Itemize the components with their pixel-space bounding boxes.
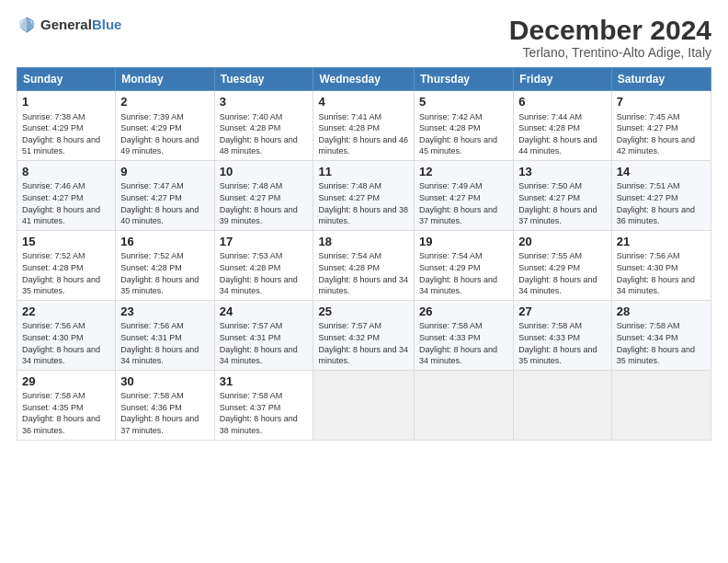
header-saturday: Saturday xyxy=(611,68,711,91)
calendar-cell: 25Sunrise: 7:57 AM Sunset: 4:32 PM Dayli… xyxy=(313,300,415,370)
logo-text-block: GeneralBlue xyxy=(40,17,121,33)
calendar-cell: 4Sunrise: 7:41 AM Sunset: 4:28 PM Daylig… xyxy=(313,91,415,161)
header-sunday: Sunday xyxy=(17,68,116,91)
cell-content: Sunrise: 7:57 AM Sunset: 4:32 PM Dayligh… xyxy=(318,320,409,366)
day-number: 27 xyxy=(518,304,607,320)
day-number: 15 xyxy=(22,234,110,250)
calendar-cell: 15Sunrise: 7:52 AM Sunset: 4:28 PM Dayli… xyxy=(17,230,116,300)
day-number: 8 xyxy=(22,164,110,180)
calendar-cell: 8Sunrise: 7:46 AM Sunset: 4:27 PM Daylig… xyxy=(17,160,116,230)
logo-icon xyxy=(17,15,37,35)
calendar-cell: 24Sunrise: 7:57 AM Sunset: 4:31 PM Dayli… xyxy=(214,300,313,370)
day-number: 10 xyxy=(220,164,309,180)
calendar-cell: 27Sunrise: 7:58 AM Sunset: 4:33 PM Dayli… xyxy=(514,300,612,370)
calendar-cell: 22Sunrise: 7:56 AM Sunset: 4:30 PM Dayli… xyxy=(17,300,116,370)
cell-content: Sunrise: 7:58 AM Sunset: 4:34 PM Dayligh… xyxy=(617,320,706,366)
calendar-cell: 31Sunrise: 7:58 AM Sunset: 4:37 PM Dayli… xyxy=(214,370,313,440)
calendar-cell: 18Sunrise: 7:54 AM Sunset: 4:28 PM Dayli… xyxy=(313,230,415,300)
week-row-3: 15Sunrise: 7:52 AM Sunset: 4:28 PM Dayli… xyxy=(17,230,711,300)
cell-content: Sunrise: 7:41 AM Sunset: 4:28 PM Dayligh… xyxy=(318,111,409,157)
calendar-cell: 20Sunrise: 7:55 AM Sunset: 4:29 PM Dayli… xyxy=(514,230,612,300)
day-number: 29 xyxy=(22,373,110,390)
calendar-cell: 3Sunrise: 7:40 AM Sunset: 4:28 PM Daylig… xyxy=(214,91,313,161)
calendar-cell: 14Sunrise: 7:51 AM Sunset: 4:27 PM Dayli… xyxy=(611,160,711,230)
title-area: December 2024 Terlano, Trentino-Alto Adi… xyxy=(509,15,711,60)
cell-content: Sunrise: 7:42 AM Sunset: 4:28 PM Dayligh… xyxy=(419,111,508,157)
day-number: 7 xyxy=(617,94,706,110)
day-number: 30 xyxy=(120,373,209,390)
calendar-cell: 10Sunrise: 7:48 AM Sunset: 4:27 PM Dayli… xyxy=(214,160,313,230)
header-friday: Friday xyxy=(514,68,612,91)
header-monday: Monday xyxy=(116,68,214,91)
calendar-cell: 26Sunrise: 7:58 AM Sunset: 4:33 PM Dayli… xyxy=(415,300,514,370)
day-number: 6 xyxy=(518,94,607,110)
cell-content: Sunrise: 7:56 AM Sunset: 4:30 PM Dayligh… xyxy=(22,320,110,366)
calendar-cell: 23Sunrise: 7:56 AM Sunset: 4:31 PM Dayli… xyxy=(116,300,214,370)
day-number: 11 xyxy=(318,164,409,180)
calendar-cell: 11Sunrise: 7:48 AM Sunset: 4:27 PM Dayli… xyxy=(313,160,415,230)
calendar-cell: 7Sunrise: 7:45 AM Sunset: 4:27 PM Daylig… xyxy=(611,91,711,161)
day-number: 5 xyxy=(419,94,508,110)
page: GeneralBlue December 2024 Terlano, Trent… xyxy=(0,0,728,563)
day-number: 18 xyxy=(318,234,409,250)
week-row-2: 8Sunrise: 7:46 AM Sunset: 4:27 PM Daylig… xyxy=(17,160,711,230)
calendar-cell: 16Sunrise: 7:52 AM Sunset: 4:28 PM Dayli… xyxy=(116,230,214,300)
calendar-cell: 1Sunrise: 7:38 AM Sunset: 4:29 PM Daylig… xyxy=(17,91,116,161)
calendar-cell xyxy=(514,370,612,440)
cell-content: Sunrise: 7:57 AM Sunset: 4:31 PM Dayligh… xyxy=(220,320,309,366)
calendar-cell: 5Sunrise: 7:42 AM Sunset: 4:28 PM Daylig… xyxy=(415,91,514,161)
cell-content: Sunrise: 7:56 AM Sunset: 4:30 PM Dayligh… xyxy=(617,250,706,296)
calendar-cell xyxy=(415,370,514,440)
day-number: 24 xyxy=(220,304,309,320)
logo-general: GeneralBlue xyxy=(40,17,121,33)
header-wednesday: Wednesday xyxy=(313,68,415,91)
calendar-cell: 29Sunrise: 7:58 AM Sunset: 4:35 PM Dayli… xyxy=(17,370,116,440)
day-number: 26 xyxy=(419,304,508,320)
header-area: GeneralBlue December 2024 Terlano, Trent… xyxy=(17,15,711,60)
cell-content: Sunrise: 7:52 AM Sunset: 4:28 PM Dayligh… xyxy=(22,250,110,296)
cell-content: Sunrise: 7:54 AM Sunset: 4:28 PM Dayligh… xyxy=(318,250,409,296)
calendar-table: Sunday Monday Tuesday Wednesday Thursday… xyxy=(17,67,711,441)
cell-content: Sunrise: 7:51 AM Sunset: 4:27 PM Dayligh… xyxy=(617,180,706,226)
location-title: Terlano, Trentino-Alto Adige, Italy xyxy=(509,45,711,60)
cell-content: Sunrise: 7:39 AM Sunset: 4:29 PM Dayligh… xyxy=(120,111,209,157)
calendar-cell: 9Sunrise: 7:47 AM Sunset: 4:27 PM Daylig… xyxy=(116,160,214,230)
cell-content: Sunrise: 7:58 AM Sunset: 4:35 PM Dayligh… xyxy=(22,390,110,436)
calendar-cell xyxy=(611,370,711,440)
cell-content: Sunrise: 7:58 AM Sunset: 4:37 PM Dayligh… xyxy=(220,390,309,436)
cell-content: Sunrise: 7:54 AM Sunset: 4:29 PM Dayligh… xyxy=(419,250,508,296)
calendar-cell: 30Sunrise: 7:58 AM Sunset: 4:36 PM Dayli… xyxy=(116,370,214,440)
logo: GeneralBlue xyxy=(17,15,121,35)
day-number: 28 xyxy=(617,304,706,320)
day-number: 3 xyxy=(220,94,309,110)
day-number: 12 xyxy=(419,164,508,180)
cell-content: Sunrise: 7:49 AM Sunset: 4:27 PM Dayligh… xyxy=(419,180,508,226)
cell-content: Sunrise: 7:47 AM Sunset: 4:27 PM Dayligh… xyxy=(120,180,209,226)
week-row-1: 1Sunrise: 7:38 AM Sunset: 4:29 PM Daylig… xyxy=(17,91,711,161)
calendar-cell: 6Sunrise: 7:44 AM Sunset: 4:28 PM Daylig… xyxy=(514,91,612,161)
day-number: 9 xyxy=(120,164,209,180)
cell-content: Sunrise: 7:58 AM Sunset: 4:33 PM Dayligh… xyxy=(518,320,607,366)
day-number: 23 xyxy=(120,304,209,320)
cell-content: Sunrise: 7:38 AM Sunset: 4:29 PM Dayligh… xyxy=(22,111,110,157)
day-number: 1 xyxy=(22,94,110,110)
cell-content: Sunrise: 7:50 AM Sunset: 4:27 PM Dayligh… xyxy=(518,180,607,226)
cell-content: Sunrise: 7:48 AM Sunset: 4:27 PM Dayligh… xyxy=(220,180,309,226)
cell-content: Sunrise: 7:52 AM Sunset: 4:28 PM Dayligh… xyxy=(120,250,209,296)
calendar-cell: 21Sunrise: 7:56 AM Sunset: 4:30 PM Dayli… xyxy=(611,230,711,300)
header-row: Sunday Monday Tuesday Wednesday Thursday… xyxy=(17,68,711,91)
day-number: 25 xyxy=(318,304,409,320)
cell-content: Sunrise: 7:55 AM Sunset: 4:29 PM Dayligh… xyxy=(518,250,607,296)
day-number: 13 xyxy=(518,164,607,180)
cell-content: Sunrise: 7:58 AM Sunset: 4:36 PM Dayligh… xyxy=(120,390,209,436)
week-row-5: 29Sunrise: 7:58 AM Sunset: 4:35 PM Dayli… xyxy=(17,370,711,440)
calendar-cell: 2Sunrise: 7:39 AM Sunset: 4:29 PM Daylig… xyxy=(116,91,214,161)
calendar-cell: 17Sunrise: 7:53 AM Sunset: 4:28 PM Dayli… xyxy=(214,230,313,300)
day-number: 21 xyxy=(617,234,706,250)
day-number: 17 xyxy=(220,234,309,250)
calendar-cell: 12Sunrise: 7:49 AM Sunset: 4:27 PM Dayli… xyxy=(415,160,514,230)
cell-content: Sunrise: 7:56 AM Sunset: 4:31 PM Dayligh… xyxy=(120,320,209,366)
month-title: December 2024 xyxy=(509,15,711,45)
calendar-cell xyxy=(313,370,415,440)
day-number: 20 xyxy=(518,234,607,250)
